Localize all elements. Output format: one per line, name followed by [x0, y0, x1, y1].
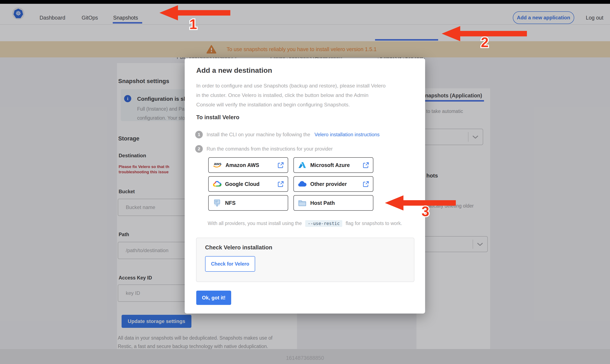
external-link-icon — [363, 162, 369, 169]
provider-label: Google Cloud — [225, 181, 260, 187]
restic-note: With all providers, you must install usi… — [185, 221, 425, 226]
annotation-number-2: 22 — [481, 35, 489, 49]
annotation-number-1: 11 — [189, 17, 197, 31]
provider-button-host-path[interactable]: Host Path — [293, 195, 373, 211]
ok-got-it-button[interactable]: Ok, got it! — [196, 291, 231, 305]
modal-title: Add a new destination — [196, 66, 272, 74]
provider-button-nfs[interactable]: NFS — [208, 195, 288, 211]
provider-button-other[interactable]: Other provider — [293, 176, 373, 192]
google-cloud-logo-icon — [212, 180, 222, 188]
azure-logo-icon — [298, 161, 307, 169]
provider-label: Microsoft Azure — [310, 162, 350, 168]
velero-install-instructions-link[interactable]: Velero installation instructions — [314, 132, 380, 137]
svg-text:aws: aws — [214, 161, 221, 166]
add-destination-modal: Add a new destination In order to config… — [185, 58, 425, 313]
step-1-instruction: Install the CLI on your machine by follo… — [207, 132, 310, 137]
cloud-icon — [298, 180, 307, 188]
step-1-badge: 1 — [195, 131, 203, 138]
folder-icon — [298, 199, 307, 207]
restic-note-before: With all providers, you must install usi… — [208, 221, 302, 226]
nfs-drive-icon — [212, 199, 222, 207]
restic-note-after: flag for snapshots to work. — [346, 221, 402, 226]
check-velero-heading: Check Velero installation — [205, 244, 273, 251]
external-link-icon — [277, 162, 284, 169]
annotation-arrow-3 — [385, 195, 456, 210]
provider-label: Other provider — [310, 181, 347, 187]
check-for-velero-button[interactable]: Check for Velero — [205, 256, 255, 272]
provider-label: NFS — [225, 200, 235, 206]
step-1-text: Install the CLI on your machine by follo… — [207, 132, 380, 138]
external-link-icon — [277, 181, 284, 187]
admin-console-screen: ☸ Dashboard GitOps Snapshots Add a new a… — [0, 0, 610, 364]
aws-logo-icon: aws — [212, 161, 222, 169]
annotation-number-3: 33 — [422, 204, 429, 218]
provider-label: Amazon AWS — [225, 162, 259, 168]
provider-button-amazon-aws[interactable]: aws Amazon AWS — [208, 157, 288, 173]
provider-button-microsoft-azure[interactable]: Microsoft Azure — [293, 157, 373, 173]
provider-button-google-cloud[interactable]: Google Cloud — [208, 176, 288, 192]
install-velero-heading: To install Velero — [196, 114, 239, 121]
step-2-text: Run the commands from the instructions f… — [207, 146, 333, 152]
modal-description: In order to configure and use Snapshots … — [196, 81, 388, 109]
use-restic-flag-code: --use-restic — [305, 220, 342, 227]
external-link-icon — [363, 181, 369, 187]
step-2-badge: 2 — [195, 145, 203, 153]
provider-label: Host Path — [310, 200, 335, 206]
check-velero-box: Check Velero installation Check for Vele… — [196, 238, 414, 282]
